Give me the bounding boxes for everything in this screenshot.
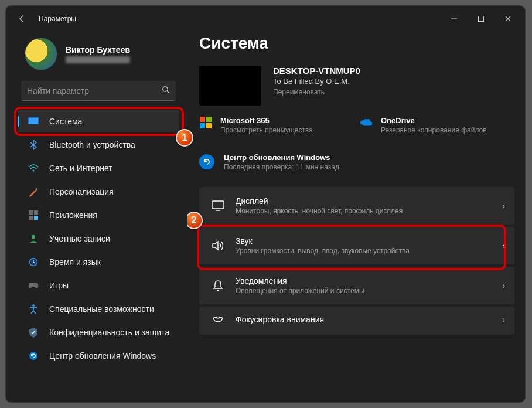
sidebar-item-label: Центр обновления Windows: [49, 351, 156, 361]
sidebar-item-label: Конфиденциальность и защита: [49, 328, 169, 337]
sidebar-item-privacy[interactable]: Конфиденциальность и защита: [18, 321, 179, 344]
svg-rect-17: [206, 117, 212, 122]
device-sub: To Be Filled By O.E.M.: [273, 77, 360, 86]
sidebar-item-personalization[interactable]: Персонализация: [18, 181, 179, 203]
sidebar-nav: Система Bluetooth и устройства Сеть и Ин…: [18, 110, 179, 367]
sidebar: Виктор Бухтеев Система: [6, 32, 187, 402]
settings-card-list: Дисплей Мониторы, яркость, ночной свет, …: [199, 187, 514, 335]
ms365-icon: [199, 116, 212, 129]
onedrive-icon: [360, 116, 373, 129]
search-box[interactable]: [21, 81, 176, 101]
sidebar-item-time[interactable]: Время и язык: [18, 251, 179, 273]
sidebar-item-apps[interactable]: Приложения: [18, 204, 179, 226]
card-notifications[interactable]: Уведомления Оповещения от приложений и с…: [199, 267, 514, 304]
device-row: DESKTOP-VTNMUP0 To Be Filled By O.E.M. П…: [199, 66, 514, 106]
card-sub: Оповещения от приложений и системы: [236, 287, 492, 295]
device-rename-link[interactable]: Переименовать: [273, 88, 360, 96]
onedrive-title: OneDrive: [381, 116, 487, 125]
settings-window: Параметры Виктор Бухтеев: [5, 5, 526, 403]
ms365-sub: Просмотреть преимущества: [220, 126, 313, 135]
sidebar-item-accounts[interactable]: Учетные записи: [18, 227, 179, 250]
sidebar-item-label: Система: [49, 117, 82, 126]
svg-rect-9: [34, 210, 38, 215]
card-sub: Уровни громкости, вывод, ввод, звуковые …: [236, 247, 492, 255]
main-panel: Система DESKTOP-VTNMUP0 To Be Filled By …: [187, 32, 525, 402]
svg-rect-10: [29, 216, 33, 220]
svg-rect-11: [34, 216, 38, 220]
search-icon: [162, 86, 170, 96]
time-icon: [28, 257, 39, 267]
svg-rect-16: [200, 117, 205, 122]
svg-rect-18: [200, 123, 205, 128]
windows-update-title: Центр обновления Windows: [224, 153, 339, 162]
onedrive-tile[interactable]: OneDrive Резервное копирование файлов: [360, 116, 514, 135]
profile-block[interactable]: Виктор Бухтеев: [18, 32, 179, 81]
card-display[interactable]: Дисплей Мониторы, яркость, ночной свет, …: [199, 187, 514, 225]
svg-point-2: [163, 87, 168, 91]
accessibility-icon: [28, 304, 39, 314]
close-button[interactable]: [495, 9, 521, 28]
notifications-icon: [211, 280, 225, 291]
sidebar-item-gaming[interactable]: Игры: [18, 274, 179, 297]
sidebar-item-label: Специальные возможности: [49, 304, 154, 314]
titlebar: Параметры: [6, 6, 525, 32]
device-name: DESKTOP-VTNMUP0: [273, 66, 360, 76]
onedrive-sub: Резервное копирование файлов: [381, 126, 487, 135]
page-heading: Система: [199, 34, 514, 53]
back-button[interactable]: [14, 11, 30, 27]
svg-rect-20: [212, 201, 224, 209]
svg-rect-5: [29, 118, 38, 124]
sidebar-item-label: Bluetooth и устройства: [49, 140, 135, 149]
sidebar-item-update[interactable]: Центр обновления Windows: [18, 345, 179, 367]
user-email-redacted: [66, 56, 130, 63]
sidebar-item-label: Персонализация: [49, 187, 114, 196]
avatar: [25, 38, 57, 70]
windows-update-sub: Последняя проверка: 11 мин назад: [224, 163, 339, 172]
maximize-button[interactable]: [468, 9, 495, 28]
svg-point-6: [32, 169, 34, 171]
user-name: Виктор Бухтеев: [66, 45, 130, 55]
update-icon: [28, 351, 39, 361]
sidebar-item-accessibility[interactable]: Специальные возможности: [18, 298, 179, 320]
gaming-icon: [28, 280, 39, 291]
sidebar-item-bluetooth[interactable]: Bluetooth и устройства: [18, 134, 179, 156]
sidebar-item-label: Учетные записи: [49, 234, 110, 243]
privacy-icon: [28, 327, 39, 338]
svg-rect-1: [479, 16, 484, 22]
card-title: Фокусировка внимания: [236, 315, 492, 324]
card-sound[interactable]: Звук Уровни громкости, вывод, ввод, звук…: [199, 227, 514, 264]
svg-point-12: [32, 235, 35, 239]
accounts-icon: [28, 233, 39, 244]
sidebar-item-label: Время и язык: [49, 257, 101, 267]
chevron-right-icon: ›: [502, 241, 505, 250]
windows-update-tile[interactable]: Центр обновления Windows Последняя прове…: [199, 153, 514, 172]
bluetooth-icon: [28, 140, 39, 150]
card-title: Звук: [236, 236, 492, 246]
card-focus[interactable]: Фокусировка внимания ›: [199, 307, 514, 335]
display-icon: [211, 200, 225, 211]
svg-rect-8: [29, 210, 33, 215]
network-icon: [28, 163, 39, 174]
svg-point-14: [32, 304, 35, 307]
chevron-right-icon: ›: [502, 281, 505, 290]
device-thumbnail: [199, 66, 261, 106]
svg-line-3: [167, 91, 169, 93]
svg-rect-19: [206, 123, 212, 128]
minimize-button[interactable]: [441, 9, 468, 28]
chevron-right-icon: ›: [502, 315, 505, 324]
windows-update-icon: [199, 154, 214, 169]
ms365-title: Microsoft 365: [220, 116, 313, 125]
focus-icon: [211, 314, 225, 325]
chevron-right-icon: ›: [502, 201, 505, 210]
sidebar-item-network[interactable]: Сеть и Интернет: [18, 157, 179, 179]
system-icon: [28, 116, 39, 127]
personalization-icon: [28, 186, 39, 197]
search-input[interactable]: [27, 86, 162, 96]
sidebar-item-label: Приложения: [49, 210, 97, 220]
window-title: Параметры: [39, 15, 76, 23]
card-sub: Мониторы, яркость, ночной свет, профиль …: [236, 207, 492, 215]
card-title: Уведомления: [236, 276, 492, 285]
sidebar-item-label: Сеть и Интернет: [49, 164, 112, 173]
ms365-tile[interactable]: Microsoft 365 Просмотреть преимущества: [199, 116, 354, 135]
sidebar-item-system[interactable]: Система: [18, 110, 179, 132]
